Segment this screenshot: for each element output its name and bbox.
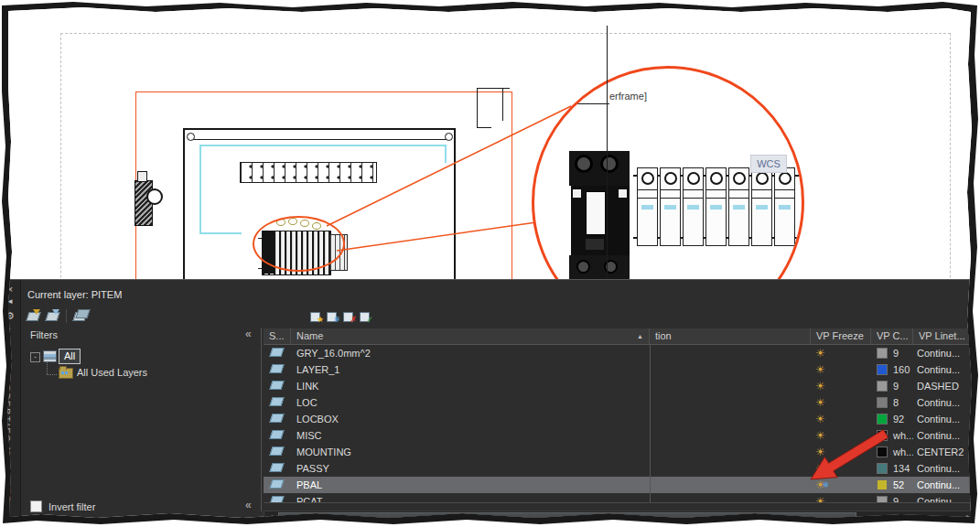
breaker-dial-icon — [733, 172, 746, 185]
col-description[interactable]: tion — [650, 328, 811, 344]
vp-freeze-toggle[interactable]: ☀ — [811, 444, 871, 460]
vp-linetype-cell[interactable]: Continu... — [913, 493, 975, 502]
layer-description-cell[interactable] — [650, 378, 811, 394]
layer-name[interactable]: MOUNTING — [291, 444, 650, 460]
contactor-detail — [619, 189, 627, 198]
layer-name[interactable]: PASSY — [291, 460, 650, 477]
vp-color-cell[interactable]: 9 — [871, 345, 913, 361]
layer-description-cell[interactable] — [650, 394, 811, 411]
vp-color-cell[interactable]: 134 — [871, 460, 913, 477]
layer-description-cell[interactable] — [650, 477, 811, 493]
layer-states-manager-button[interactable] — [72, 308, 88, 323]
auto-hide-icon[interactable]: ◄ — [0, 296, 20, 308]
filter-item-all-used-layers[interactable]: All Used Layers — [77, 367, 147, 378]
vp-linetype-cell[interactable]: Continu... — [913, 477, 975, 493]
layer-name[interactable]: GRY_16.0mm^2 — [291, 345, 650, 361]
layer-row-LOC[interactable]: LOC☀8Continu... — [264, 394, 975, 411]
vp-freeze-toggle[interactable]: ☀ — [811, 345, 871, 361]
layer-description-cell[interactable] — [650, 444, 811, 460]
col-name[interactable]: Name▲ — [291, 328, 650, 344]
magnified-breaker-row — [637, 167, 795, 246]
layer-name[interactable]: MISC — [291, 427, 650, 444]
vp-color-cell[interactable]: 52 — [871, 477, 913, 493]
layer-name[interactable]: LAYER_1 — [291, 361, 650, 378]
side-component-top — [137, 171, 147, 182]
invert-filter-checkbox[interactable] — [30, 500, 42, 512]
vp-linetype-cell[interactable]: DASHED — [913, 378, 975, 394]
layer-name[interactable]: PCAT — [291, 493, 650, 502]
layer-description-cell[interactable] — [650, 345, 811, 361]
layer-description-cell[interactable] — [650, 411, 811, 427]
layer-row-PCAT[interactable]: PCAT☀9Continu... — [264, 493, 975, 502]
set-current-button[interactable]: ✓ — [359, 309, 372, 322]
sheet-icon — [75, 309, 90, 318]
vp-freeze-toggle[interactable]: ☀ — [811, 493, 871, 502]
layer-row-MOUNTING[interactable]: MOUNTING☀wh...CENTER2 — [264, 444, 975, 460]
close-icon[interactable]: × — [0, 283, 20, 296]
layer-description-cell[interactable] — [650, 493, 811, 502]
vp-freeze-toggle[interactable]: ☀ — [811, 427, 871, 444]
panel-screw — [445, 133, 453, 141]
vp-color-cell[interactable]: wh... — [871, 427, 913, 444]
vp-linetype-cell[interactable]: Continu... — [913, 411, 975, 427]
vp-freeze-toggle[interactable]: ☀ — [811, 460, 871, 477]
filter-item-all[interactable]: All — [59, 349, 81, 364]
toolbar-separator — [66, 309, 67, 323]
wire-line — [199, 232, 242, 234]
layer-row-MISC[interactable]: MISC☀wh...Continu... — [264, 427, 975, 444]
vp-freeze-toggle[interactable]: ☀ — [811, 394, 871, 411]
duct-line — [477, 88, 478, 128]
layer-description-cell[interactable] — [650, 361, 811, 378]
vp-linetype-cell[interactable]: Continu... — [913, 427, 975, 444]
col-vp-linetype[interactable]: VP Linet... — [913, 328, 975, 344]
color-swatch — [877, 414, 888, 425]
layer-row-GRY_16.0mm^2[interactable]: GRY_16.0mm^2☀9Continu... — [264, 345, 975, 361]
new-group-filter-button[interactable] — [45, 308, 60, 323]
table-bottom-border — [264, 502, 975, 503]
layer-row-LAYER_1[interactable]: LAYER_1☀160Continu... — [264, 361, 975, 378]
layer-row-LOCBOX[interactable]: LOCBOX☀92Continu... — [264, 411, 975, 427]
layer-name[interactable]: PBAL — [291, 477, 650, 493]
delete-layer-button[interactable]: ✗ — [342, 309, 355, 322]
vp-color-cell[interactable]: 160 — [871, 361, 913, 378]
col-status[interactable]: S... — [264, 328, 291, 344]
vp-color-cell[interactable]: 9 — [871, 493, 913, 502]
content: WCS erframe] × ◄ ⚙ LAYER PROPERTIES MANA… — [0, 0, 980, 527]
viewport-label: erframe] — [609, 91, 647, 102]
invert-filter-control[interactable]: Invert filter — [30, 500, 95, 512]
vp-linetype-cell[interactable]: Continu... — [913, 361, 975, 378]
vp-freeze-toggle[interactable]: ☀ — [811, 411, 871, 427]
new-property-filter-button[interactable] — [26, 308, 41, 323]
vp-color-cell[interactable]: wh... — [871, 444, 913, 460]
layer-description-cell[interactable] — [650, 460, 811, 477]
new-layer-vp-frozen-button[interactable]: ❄ — [326, 309, 339, 322]
vp-linetype-cell[interactable]: Continu... — [913, 345, 975, 361]
vp-freeze-toggle[interactable]: ☀ — [811, 378, 871, 394]
folder-icon — [59, 368, 73, 379]
terminal-strip — [240, 162, 377, 183]
layer-row-LINK[interactable]: LINK☀9DASHED — [264, 378, 975, 394]
col-vp-color[interactable]: VP C... — [871, 328, 913, 344]
filters-collapse-icon[interactable]: « — [245, 328, 252, 340]
vp-linetype-cell[interactable]: Continu... — [913, 394, 975, 411]
sun-icon: ☀ — [815, 363, 825, 376]
vp-freeze-toggle[interactable]: ☀ — [811, 361, 871, 378]
filters-header: Filters — [30, 329, 58, 340]
col-vp-freeze[interactable]: VP Freeze — [811, 328, 871, 344]
vp-color-cell[interactable]: 9 — [871, 378, 913, 394]
layer-description-cell[interactable] — [650, 427, 811, 444]
layer-name[interactable]: LOC — [291, 394, 650, 411]
vp-freeze-toggle[interactable]: ☀❄ — [811, 477, 871, 493]
new-layer-button[interactable]: ★ — [309, 309, 322, 322]
vp-linetype-cell[interactable]: Continu... — [913, 460, 975, 477]
layer-name[interactable]: LINK — [291, 378, 650, 394]
layer-name[interactable]: LOCBOX — [291, 411, 650, 427]
tree-expander-icon[interactable]: - — [30, 352, 40, 362]
drawing-canvas[interactable]: WCS erframe] — [0, 0, 980, 279]
vp-linetype-cell[interactable]: CENTER2 — [913, 444, 975, 460]
layer-row-PASSY[interactable]: PASSY☀134Continu... — [264, 460, 975, 477]
vp-color-cell[interactable]: 8 — [871, 394, 913, 411]
layer-row-PBAL[interactable]: PBAL☀❄52Continu... — [264, 477, 975, 493]
vp-color-cell[interactable]: 92 — [871, 411, 913, 427]
filters-bottom-collapse-icon[interactable]: « — [245, 499, 252, 511]
